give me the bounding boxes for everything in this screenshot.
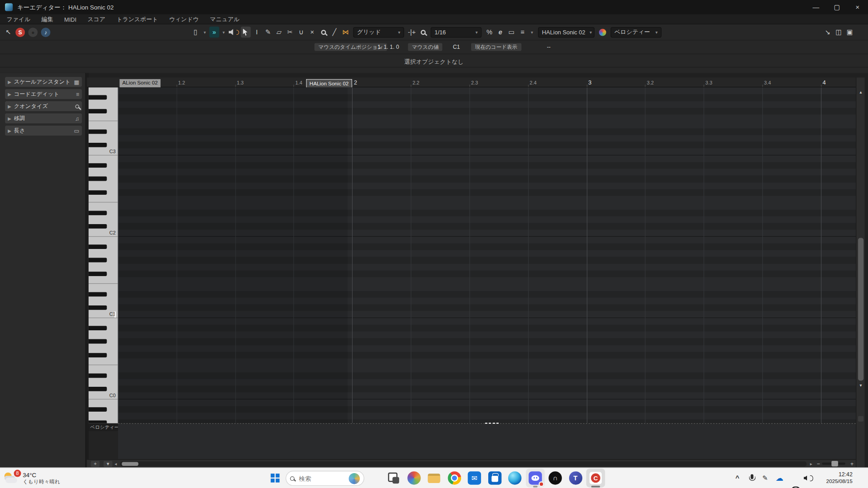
velocity-lane[interactable]: [118, 424, 856, 459]
piano-key-black[interactable]: [89, 292, 107, 296]
setup-toolbar[interactable]: ↘: [823, 27, 833, 38]
menu-item-0[interactable]: ファイル: [7, 15, 31, 23]
piano-key-black[interactable]: [89, 109, 107, 113]
parsec-icon[interactable]: [546, 469, 565, 488]
piano-key[interactable]: [89, 372, 118, 379]
menu-item-5[interactable]: ウィンドウ: [169, 15, 199, 23]
piano-key-black[interactable]: [89, 129, 107, 134]
mail-icon[interactable]: [465, 469, 484, 488]
erase-tool[interactable]: ▱: [274, 27, 284, 38]
zoom-in-button[interactable]: +: [850, 460, 854, 466]
piano-key-black[interactable]: [89, 244, 107, 249]
piano-key[interactable]: [89, 209, 118, 216]
pin-editor[interactable]: ↖: [3, 27, 13, 38]
maximize-button[interactable]: ▢: [826, 0, 848, 14]
weather-widget[interactable]: 8 34°C くもり時々晴れ: [3, 469, 60, 487]
piano-key-black[interactable]: [89, 211, 107, 215]
piano-key[interactable]: [89, 175, 118, 182]
show-part-borders[interactable]: ▯: [190, 27, 200, 38]
piano-key[interactable]: [89, 223, 118, 230]
photos-icon[interactable]: [404, 469, 423, 488]
piano-key[interactable]: C2: [89, 230, 118, 236]
piano-key[interactable]: [89, 202, 118, 209]
solo-editor[interactable]: S: [15, 28, 25, 37]
piano-key[interactable]: [89, 94, 118, 101]
edge-icon[interactable]: [505, 469, 524, 488]
onedrive-icon[interactable]: ☁: [774, 473, 785, 483]
piano-key[interactable]: [89, 250, 118, 257]
piano-key[interactable]: C0: [89, 392, 118, 399]
quantize-select[interactable]: 1/16▾: [431, 27, 482, 37]
inspector-section-2[interactable]: ▶クオンタイズ: [5, 101, 82, 111]
piano-key[interactable]: [89, 413, 118, 419]
piano-key[interactable]: [89, 345, 118, 352]
part-list-caret[interactable]: ▾: [528, 27, 535, 38]
piano-key-black[interactable]: [89, 373, 107, 378]
piano-key[interactable]: [89, 318, 118, 324]
acoustic-feedback[interactable]: ♪: [41, 28, 51, 37]
piano-key[interactable]: [89, 257, 118, 263]
scroll-left-icon[interactable]: ◂: [114, 461, 117, 466]
v-scroll-up-icon[interactable]: ▴: [856, 89, 865, 94]
piano-key-black[interactable]: [89, 163, 107, 168]
inspector-section-0[interactable]: ▶スケールアシスタント▦: [5, 77, 82, 87]
piano-key[interactable]: [89, 270, 118, 277]
active-part-name-label[interactable]: HALion Sonic 02: [306, 79, 352, 87]
grid-type-select[interactable]: グリッド▾: [353, 27, 404, 37]
menu-item-3[interactable]: スコア: [88, 15, 105, 23]
piano-key[interactable]: [89, 331, 118, 338]
part-edit-mode[interactable]: ▭: [506, 27, 516, 38]
left-zone-toggle[interactable]: ◫: [834, 27, 844, 38]
scroll-right-icon[interactable]: ▸: [810, 461, 812, 466]
edit-active-part-only[interactable]: ≡: [518, 27, 528, 38]
split-tool[interactable]: ✂: [285, 27, 295, 38]
piano-key[interactable]: [89, 365, 118, 372]
cubase-icon[interactable]: [586, 469, 605, 488]
piano-key-black[interactable]: [89, 387, 107, 391]
minimize-button[interactable]: —: [806, 0, 827, 14]
piano-key-black[interactable]: [89, 258, 107, 263]
piano-key[interactable]: [89, 108, 118, 114]
piano-key[interactable]: [89, 216, 118, 223]
piano-key-black[interactable]: [89, 421, 107, 423]
mute-tool[interactable]: ×: [307, 27, 317, 38]
snap-toggle[interactable]: ⋈: [340, 27, 350, 38]
record-in-editor[interactable]: ●: [28, 28, 38, 37]
piano-key[interactable]: [89, 324, 118, 331]
piano-key[interactable]: [89, 121, 118, 128]
search-highlight-icon[interactable]: [349, 473, 359, 483]
autoscroll-caret[interactable]: ▾: [220, 27, 227, 38]
trim-tool[interactable]: I: [252, 27, 262, 38]
glue-tool[interactable]: ∪: [296, 27, 306, 38]
piano-key[interactable]: [89, 243, 118, 250]
piano-key[interactable]: [89, 141, 118, 148]
h-zoom-thumb[interactable]: [831, 461, 838, 466]
line-tool[interactable]: ╱: [330, 27, 340, 38]
zoom-tool[interactable]: [318, 27, 328, 38]
part-select[interactable]: HALion Sonic 02▾: [538, 27, 594, 37]
pen-icon[interactable]: ✎: [760, 473, 770, 483]
piano-key[interactable]: C3: [89, 148, 118, 155]
h-zoom-slider[interactable]: [822, 463, 845, 465]
file-explorer-icon[interactable]: [425, 469, 443, 488]
piano-key[interactable]: [89, 358, 118, 365]
piano-key[interactable]: [89, 297, 118, 304]
select-tool[interactable]: [241, 27, 251, 38]
piano-key-black[interactable]: [89, 95, 107, 100]
piano-key[interactable]: [89, 263, 118, 270]
v-zoom-preset[interactable]: [858, 416, 863, 422]
menu-item-6[interactable]: マニュアル: [210, 15, 240, 23]
v-scroll-thumb[interactable]: [858, 238, 863, 381]
taskbar-search[interactable]: [286, 471, 364, 486]
piano-key-black[interactable]: [89, 305, 107, 310]
piano-key[interactable]: [89, 114, 118, 121]
piano-key[interactable]: [89, 169, 118, 175]
piano-key[interactable]: [89, 236, 118, 243]
inspector-section-3[interactable]: ▶移調♫: [5, 113, 82, 123]
piano-key-black[interactable]: [89, 353, 107, 357]
piano-key[interactable]: [89, 385, 118, 392]
piano-key[interactable]: [89, 291, 118, 297]
note-grid[interactable]: [118, 87, 856, 423]
wifi-icon[interactable]: [789, 483, 800, 488]
quantize-mag[interactable]: [418, 27, 428, 38]
